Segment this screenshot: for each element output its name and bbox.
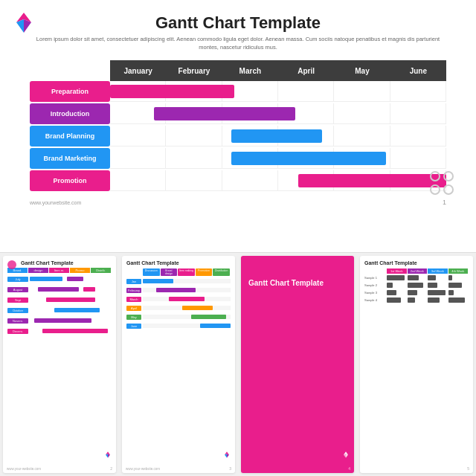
- thumb5-row1: Sample 1: [364, 274, 469, 281]
- row-label-brand-planning: Brand Planning: [30, 126, 110, 147]
- hcol-discussion: Discussion: [143, 268, 160, 276]
- thumb2-gantt: Brand. design Item m. Promo Distrib. Jul…: [7, 268, 112, 335]
- hcol-distrib: Distribution: [213, 268, 230, 276]
- thumb5-page: 5: [467, 466, 469, 471]
- row-label-preparation: Preparation: [30, 81, 110, 102]
- month-may: May: [334, 60, 390, 81]
- th-week3: 3rd Week: [428, 268, 448, 274]
- thumb2-row3: Sept: [7, 295, 112, 304]
- gantt-grid: January February March April May June: [110, 60, 446, 193]
- thumb5-row2: Sample 2: [364, 282, 469, 289]
- th-week2: 2nd Week: [408, 268, 428, 274]
- thumb3-footer: www.your-website.com 3: [126, 466, 231, 471]
- slide-footer: www.yourwebsite.com 1: [30, 199, 446, 206]
- thumb2-row1: July: [7, 274, 112, 283]
- thumb2-footer: www.your-website.com 2: [7, 466, 112, 471]
- thumb2-icon: [7, 260, 17, 270]
- thumb4-footer: 4: [245, 466, 350, 471]
- logo-icon: [9, 9, 39, 39]
- circle-3: [430, 184, 440, 195]
- main-title: Gantt Chart Template: [30, 13, 446, 33]
- gantt-row-promotion: [110, 170, 446, 191]
- thumb3-gantt: Discussion Brand design Item making Prom…: [126, 268, 231, 329]
- month-january: January: [110, 60, 166, 81]
- footer-page: 1: [443, 199, 446, 206]
- svg-point-0: [7, 260, 16, 269]
- gantt-labels: Preparation Introduction Brand Planning …: [30, 60, 110, 193]
- thumb5-header: 1st Week 2nd Week 3rd Week 4th Week: [364, 268, 469, 274]
- mini-month-promo: Promo: [70, 268, 90, 273]
- thumb2-page: 2: [110, 466, 112, 471]
- thumb3-row-jun: June: [126, 322, 231, 329]
- gantt-months-row: January February March April May June: [110, 60, 446, 81]
- thumbnails-row: Gantt Chart Template Brand. design Item …: [0, 253, 476, 476]
- thumb3-row-jan: Jan: [126, 277, 231, 285]
- mini-month-brand-design: design: [28, 268, 48, 273]
- bar-promotion: [298, 174, 446, 187]
- thumb2-logo: [103, 451, 112, 460]
- circle-1: [430, 171, 440, 181]
- row-label-introduction: Introduction: [30, 103, 110, 124]
- thumb3-row-mar: March: [126, 295, 231, 303]
- thumb2-url: www.your-website.com: [7, 467, 41, 471]
- gantt-chart: Preparation Introduction Brand Planning …: [30, 60, 446, 193]
- row-label-brand-marketing: Brand Marketing: [30, 148, 110, 169]
- month-june: June: [390, 60, 446, 81]
- bar-introduction: [154, 107, 295, 120]
- thumb5-footer: 5: [364, 466, 469, 471]
- gantt-row-preparation: [110, 81, 446, 102]
- bar-brand-marketing: [231, 152, 386, 165]
- slide-main: Gantt Chart Template Lorem ipsum dolor s…: [0, 0, 476, 253]
- thumb-slide3[interactable]: Gantt Chart Template Discussion Brand de…: [122, 256, 235, 473]
- hcol-item: Item making: [178, 268, 195, 276]
- thumb5-row3: Sample 3: [364, 289, 469, 296]
- thumb5-row4: Sample 4: [364, 297, 469, 303]
- gantt-row-introduction: [110, 103, 446, 124]
- circles-decoration: [430, 171, 454, 195]
- bar-brand-planning: [231, 129, 322, 143]
- gantt-row-brand-marketing: [110, 148, 446, 169]
- thumb3-row-may: May: [126, 313, 231, 321]
- th-week4: 4th Week: [448, 268, 469, 274]
- gantt-row-brand-planning: [110, 126, 446, 147]
- circle-2: [443, 171, 454, 181]
- th-week1: 1st Week: [387, 268, 407, 274]
- month-april: April: [278, 60, 334, 81]
- thumb2-row2: August: [7, 285, 112, 294]
- bar-preparation: [110, 85, 234, 98]
- circle-4: [443, 184, 454, 195]
- thumb3-page: 3: [229, 466, 231, 471]
- hcol-promo: Promotion: [196, 268, 213, 276]
- thumb2-title: Gantt Chart Template: [21, 260, 112, 266]
- thumb2-months: Brand. design Item m. Promo Distrib.: [7, 268, 112, 273]
- thumb3-row-apr: April: [126, 304, 231, 312]
- thumb3-row-feb: February: [126, 286, 231, 294]
- thumb4-page: 4: [348, 466, 350, 471]
- row-label-promotion: Promotion: [30, 170, 110, 191]
- main-subtitle: Lorem ipsum dolor sit amet, consectetuer…: [30, 36, 446, 51]
- footer-url: www.yourwebsite.com: [30, 200, 81, 205]
- thumb-slide4[interactable]: Gantt Chart Template 4: [241, 256, 354, 473]
- thumb3-header: Discussion Brand design Item making Prom…: [126, 268, 231, 276]
- mini-month-distrib: Distrib.: [91, 268, 111, 273]
- mini-month-item-making: Item m.: [49, 268, 69, 273]
- thumb3-url: www.your-website.com: [126, 467, 160, 471]
- thumb3-title: Gantt Chart Template: [126, 260, 231, 266]
- month-february: February: [166, 60, 222, 81]
- thumb4-title: Gantt Chart Template: [245, 275, 350, 291]
- thumb5-table: 1st Week 2nd Week 3rd Week 4th Week Samp…: [364, 268, 469, 303]
- thumb2-row4: October: [7, 306, 112, 315]
- thumb4-logo: [341, 451, 350, 460]
- month-march: March: [222, 60, 278, 81]
- thumb-slide5[interactable]: Gantt Chart Template 1st Week 2nd Week 3…: [360, 256, 473, 473]
- thumb2-row5: Novem.: [7, 316, 112, 325]
- thumb-slide2[interactable]: Gantt Chart Template Brand. design Item …: [3, 256, 116, 473]
- thumb5-title: Gantt Chart Template: [364, 260, 469, 266]
- hcol-brand: Brand design: [161, 268, 178, 276]
- thumb2-row6: Decem.: [7, 327, 112, 335]
- thumb3-logo: [222, 451, 231, 460]
